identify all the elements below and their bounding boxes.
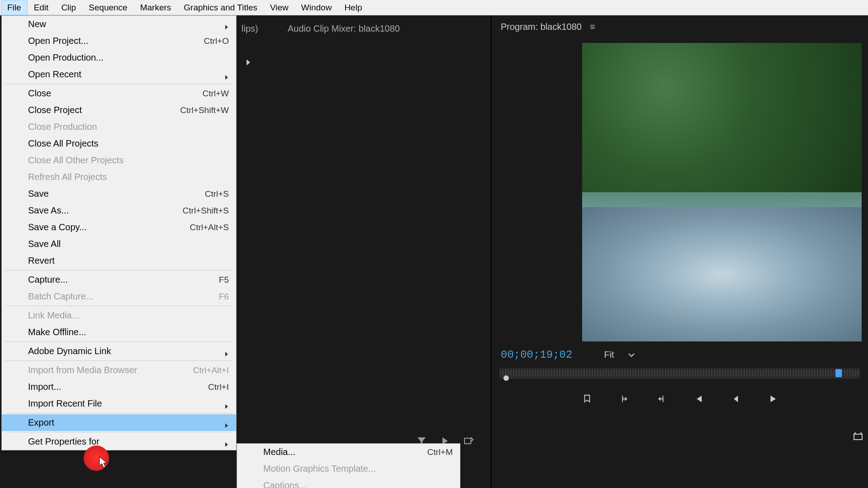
menu-item-import-from-media-browser: Import from Media BrowserCtrl+Alt+I: [2, 362, 236, 379]
menu-item-adobe-dynamic-link[interactable]: Adobe Dynamic Link: [2, 343, 236, 360]
menu-item-open-recent[interactable]: Open Recent: [2, 66, 236, 83]
menu-item-label: Export: [28, 417, 220, 428]
menu-item-label: Import from Media Browser: [28, 365, 193, 375]
menu-item-link-media: Link Media...: [2, 307, 236, 324]
menu-item-label: Refresh All Projects: [28, 172, 229, 182]
menu-item-shortcut: Ctrl+Shift+W: [180, 105, 229, 115]
zoom-fit-dropdown[interactable]: Fit: [604, 350, 635, 360]
file-menu-dropdown: NewOpen Project...Ctrl+OOpen Production.…: [1, 15, 237, 450]
menu-item-label: Import...: [28, 382, 208, 392]
svg-rect-0: [465, 438, 471, 444]
menu-item-label: New: [28, 19, 220, 29]
playback-controls: [492, 383, 868, 415]
chevron-right-icon: [224, 22, 229, 27]
export-submenu: Media...Ctrl+MMotion Graphics Template..…: [237, 443, 460, 488]
menu-item-shortcut: Ctrl+M: [427, 447, 453, 457]
timecode-row: 00;00;19;02 Fit: [492, 341, 868, 368]
in-point-icon[interactable]: [617, 392, 631, 406]
menu-window[interactable]: Window: [295, 0, 338, 15]
menu-graphics-titles[interactable]: Graphics and Titles: [177, 0, 264, 15]
menu-item-save[interactable]: SaveCtrl+S: [2, 185, 236, 202]
submenu-item-motion-graphics-template: Motion Graphics Template...: [237, 460, 460, 477]
marker-icon[interactable]: [580, 392, 594, 406]
current-timecode[interactable]: 00;00;19;02: [501, 349, 572, 361]
tab-audio-clip-mixer[interactable]: Audio Clip Mixer: black1080: [286, 21, 402, 37]
menu-item-label: Import Recent File: [28, 398, 220, 409]
menu-item-shortcut: Ctrl+Shift+S: [183, 206, 229, 216]
menu-item-shortcut: Ctrl+S: [205, 189, 229, 199]
menu-item-shortcut: Ctrl+I: [208, 382, 229, 392]
program-title: Program: black1080: [501, 22, 582, 32]
chevron-down-icon: [628, 353, 635, 357]
menu-item-capture[interactable]: Capture...F5: [2, 271, 236, 288]
fit-label: Fit: [604, 350, 614, 360]
menu-item-label: Media...: [263, 447, 427, 457]
menu-item-close-production: Close Production: [2, 118, 236, 135]
menu-item-export[interactable]: Export: [2, 414, 236, 431]
menu-item-label: Motion Graphics Template...: [263, 464, 453, 474]
export-frame-icon[interactable]: [463, 436, 474, 446]
video-preview[interactable]: [582, 43, 862, 341]
menu-item-label: Save As...: [28, 205, 183, 216]
timeline-ruler-row: [492, 368, 868, 383]
program-panel: Program: black1080 ≡ 00;00;19;02 Fit: [491, 15, 868, 488]
play-icon[interactable]: [765, 392, 780, 406]
timeline-ruler[interactable]: [500, 368, 860, 379]
menu-item-label: Open Recent: [28, 69, 220, 80]
menu-item-revert[interactable]: Revert: [2, 252, 236, 269]
menu-item-open-production[interactable]: Open Production...: [2, 49, 236, 66]
menu-item-label: Save All: [28, 239, 229, 249]
menu-item-close-all-other-projects: Close All Other Projects: [2, 152, 236, 169]
menu-item-close-project[interactable]: Close ProjectCtrl+Shift+W: [2, 102, 236, 118]
menu-help[interactable]: Help: [338, 0, 368, 15]
menu-item-label: Batch Capture...: [28, 291, 219, 302]
menu-item-label: Capture...: [28, 275, 219, 285]
menu-item-new[interactable]: New: [2, 16, 236, 33]
out-point-icon[interactable]: [654, 392, 669, 406]
safe-margins-icon[interactable]: [853, 431, 863, 444]
out-point-marker[interactable]: [835, 369, 842, 377]
menu-item-save-all[interactable]: Save All: [2, 236, 236, 252]
menu-item-label: Save: [28, 189, 205, 199]
menu-item-label: Captions...: [263, 480, 453, 488]
step-back-icon[interactable]: [728, 392, 743, 406]
menu-item-open-project[interactable]: Open Project...Ctrl+O: [2, 33, 236, 49]
menu-item-save-as[interactable]: Save As...Ctrl+Shift+S: [2, 202, 236, 219]
menu-item-shortcut: F6: [219, 292, 229, 302]
menu-item-close-all-projects[interactable]: Close All Projects: [2, 135, 236, 152]
menu-item-label: Close All Projects: [28, 138, 229, 149]
menu-item-get-properties-for[interactable]: Get Properties for: [2, 433, 236, 450]
expand-arrow-icon[interactable]: [245, 58, 251, 68]
menu-item-import-recent-file[interactable]: Import Recent File: [2, 395, 236, 412]
tab-clips-partial[interactable]: lips): [240, 21, 260, 37]
menu-item-shortcut: Ctrl+Alt+S: [190, 223, 229, 232]
menu-item-close[interactable]: CloseCtrl+W: [2, 85, 236, 102]
menu-item-import[interactable]: Import...Ctrl+I: [2, 379, 236, 395]
menu-item-save-a-copy[interactable]: Save a Copy...Ctrl+Alt+S: [2, 219, 236, 236]
submenu-item-media[interactable]: Media...Ctrl+M: [237, 444, 460, 460]
menu-clip[interactable]: Clip: [55, 0, 82, 15]
chevron-right-icon: [224, 421, 229, 425]
playhead-handle[interactable]: [503, 375, 509, 381]
program-header: Program: black1080 ≡: [492, 15, 868, 38]
menu-edit[interactable]: Edit: [28, 0, 55, 15]
menu-item-shortcut: Ctrl+Alt+I: [193, 365, 229, 375]
go-to-in-icon[interactable]: [691, 392, 706, 406]
menu-item-label: Revert: [28, 256, 229, 266]
menu-view[interactable]: View: [264, 0, 295, 15]
menu-file[interactable]: File: [1, 0, 28, 15]
menu-item-label: Close: [28, 88, 202, 99]
panel-menu-icon[interactable]: ≡: [590, 22, 595, 32]
menu-item-refresh-all-projects: Refresh All Projects: [2, 169, 236, 185]
menu-markers[interactable]: Markers: [134, 0, 178, 15]
chevron-right-icon: [224, 72, 229, 77]
menubar: File Edit Clip Sequence Markers Graphics…: [0, 0, 868, 15]
menu-item-make-offline[interactable]: Make Offline...: [2, 324, 236, 341]
menu-sequence[interactable]: Sequence: [82, 0, 134, 15]
submenu-item-captions: Captions...: [237, 477, 460, 488]
menu-item-label: Link Media...: [28, 310, 229, 321]
preview-area: [492, 38, 868, 341]
cursor-icon: [99, 456, 109, 470]
menu-item-shortcut: Ctrl+O: [204, 36, 229, 46]
menu-item-label: Open Project...: [28, 36, 204, 46]
